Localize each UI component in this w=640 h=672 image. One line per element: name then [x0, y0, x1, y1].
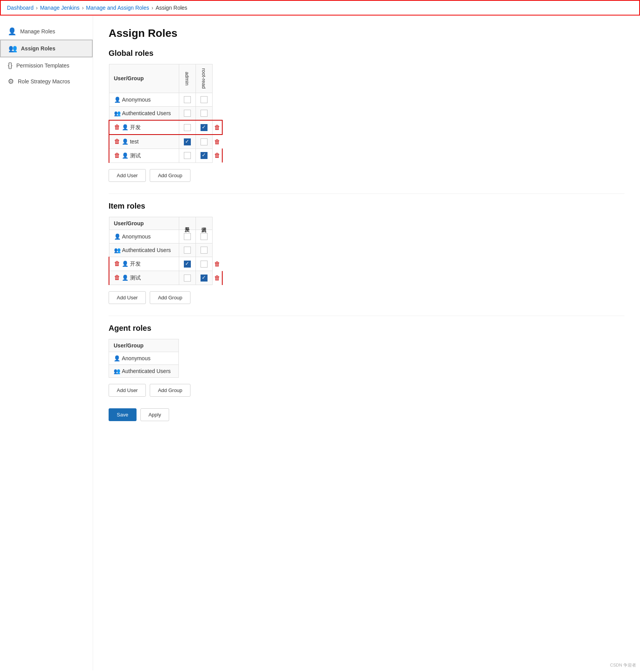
checkbox[interactable]	[184, 152, 191, 159]
table-row: 👤Anonymous	[109, 93, 222, 106]
delete-row-icon[interactable]: 🗑	[214, 152, 220, 159]
permission-templates-icon: {}	[8, 61, 12, 69]
breadcrumb-manage-jenkins[interactable]: Manage Jenkins	[40, 5, 80, 11]
breadcrumb-dashboard[interactable]: Dashboard	[7, 5, 34, 11]
assign-roles-icon: 👥	[9, 44, 17, 53]
global-roles-table: User/Group admin root-read 👤Anonymous 👥A…	[109, 64, 223, 163]
delete-row-icon[interactable]: 🗑	[214, 124, 220, 131]
checkbox-checked[interactable]	[201, 275, 208, 282]
agent-roles-buttons: Add User Add Group	[109, 384, 624, 397]
sidebar-item-manage-roles-label: Manage Roles	[20, 28, 55, 35]
breadcrumb-manage-assign-roles[interactable]: Manage and Assign Roles	[86, 5, 149, 11]
table-row: 👤Anonymous	[109, 352, 179, 365]
table-row-highlighted: 🗑 👤开发 🗑	[109, 120, 222, 135]
apply-button[interactable]: Apply	[140, 408, 170, 421]
global-col-user-group: User/Group	[109, 64, 179, 93]
checkbox-checked[interactable]	[184, 261, 191, 268]
sidebar: 👤 Manage Roles 👥 Assign Roles {} Permiss…	[0, 16, 93, 670]
delete-icon[interactable]: 🗑	[114, 138, 120, 145]
checkbox[interactable]	[201, 247, 208, 254]
user-icon: 👤	[114, 233, 121, 240]
global-add-user-button[interactable]: Add User	[109, 169, 146, 182]
sidebar-item-role-strategy-macros[interactable]: ⚙ Role Strategy Macros	[0, 73, 93, 90]
user-icon: 👤	[122, 152, 128, 159]
item-roles-buttons: Add User Add Group	[109, 291, 624, 304]
role-strategy-icon: ⚙	[8, 77, 14, 86]
item-add-user-button[interactable]: Add User	[109, 291, 146, 304]
delete-row-icon[interactable]: 🗑	[214, 275, 220, 282]
checkbox[interactable]	[184, 96, 191, 103]
user-icon: 👤	[114, 97, 121, 103]
table-row: 👥Authenticated Users	[109, 365, 179, 378]
item-add-group-button[interactable]: Add Group	[150, 291, 190, 304]
item-col-test: 测试员	[195, 217, 212, 230]
checkbox-checked[interactable]	[184, 138, 191, 145]
checkbox[interactable]	[184, 124, 191, 131]
watermark: CSDN 争迎者	[610, 662, 636, 668]
checkbox[interactable]	[184, 275, 191, 282]
user-icon: 👤	[122, 261, 128, 267]
item-roles-table: User/Group 开发员 测试员 👤Anonymous 👥Authentic…	[109, 217, 223, 285]
agent-roles-title: Agent roles	[109, 324, 624, 333]
checkbox[interactable]	[201, 110, 208, 117]
delete-icon[interactable]: 🗑	[114, 152, 120, 159]
checkbox[interactable]	[184, 110, 191, 117]
sidebar-item-permission-templates-label: Permission Templates	[16, 62, 69, 69]
agent-roles-table: User/Group 👤Anonymous 👥Authenticated Use…	[109, 339, 179, 378]
page-title: Assign Roles	[109, 27, 624, 40]
save-button[interactable]: Save	[109, 408, 137, 421]
item-col-dev: 开发员	[179, 217, 195, 230]
user-icon: 👤	[122, 124, 128, 130]
checkbox[interactable]	[184, 247, 191, 254]
table-row: 👥Authenticated Users	[109, 107, 222, 121]
global-roles-title: Global roles	[109, 49, 624, 58]
global-col-rootread: root-read	[195, 64, 212, 93]
table-row: 👥Authenticated Users	[109, 243, 222, 257]
delete-icon[interactable]: 🗑	[114, 274, 120, 281]
breadcrumb-assign-roles: Assign Roles	[156, 5, 187, 11]
delete-icon[interactable]: 🗑	[114, 260, 120, 267]
action-buttons: Save Apply	[109, 408, 624, 421]
breadcrumb: Dashboard › Manage Jenkins › Manage and …	[0, 0, 640, 16]
checkbox-checked[interactable]	[201, 152, 208, 159]
global-col-admin: admin	[179, 64, 195, 93]
item-roles-title: Item roles	[109, 202, 624, 211]
table-row-highlighted: 🗑 👤测试 🗑	[109, 149, 222, 162]
agent-col-user-group: User/Group	[109, 339, 179, 352]
global-add-group-button[interactable]: Add Group	[150, 169, 190, 182]
sidebar-item-manage-roles[interactable]: 👤 Manage Roles	[0, 23, 93, 40]
checkbox[interactable]	[184, 233, 191, 240]
checkbox[interactable]	[201, 233, 208, 240]
sidebar-item-assign-roles[interactable]: 👥 Assign Roles	[0, 40, 93, 57]
table-row-highlighted: 🗑 👤test 🗑	[109, 135, 222, 149]
agent-add-group-button[interactable]: Add Group	[150, 384, 190, 397]
sidebar-item-role-strategy-label: Role Strategy Macros	[18, 78, 70, 85]
user-icon: 👤	[114, 355, 120, 361]
delete-icon[interactable]: 🗑	[114, 124, 120, 131]
sidebar-item-assign-roles-label: Assign Roles	[21, 45, 55, 52]
table-row-highlighted: 🗑 👤测试 🗑	[109, 271, 222, 285]
table-row-highlighted: 🗑 👤开发 🗑	[109, 257, 222, 271]
main-content: Assign Roles Global roles User/Group adm…	[93, 16, 640, 670]
agent-add-user-button[interactable]: Add User	[109, 384, 146, 397]
group-icon: 👥	[114, 247, 121, 253]
global-roles-buttons: Add User Add Group	[109, 169, 624, 182]
checkbox-checked[interactable]	[201, 124, 208, 131]
checkbox[interactable]	[201, 138, 208, 145]
sidebar-item-permission-templates[interactable]: {} Permission Templates	[0, 57, 93, 73]
group-icon: 👥	[114, 368, 120, 374]
delete-row-icon[interactable]: 🗑	[214, 138, 220, 145]
delete-row-icon[interactable]: 🗑	[214, 261, 220, 268]
manage-roles-icon: 👤	[8, 27, 16, 36]
group-icon: 👥	[114, 110, 121, 116]
checkbox[interactable]	[201, 96, 208, 103]
user-icon: 👤	[122, 138, 128, 145]
checkbox[interactable]	[201, 261, 208, 268]
table-row: 👤Anonymous	[109, 230, 222, 243]
user-icon: 👤	[122, 275, 128, 281]
item-col-user-group: User/Group	[109, 217, 179, 230]
